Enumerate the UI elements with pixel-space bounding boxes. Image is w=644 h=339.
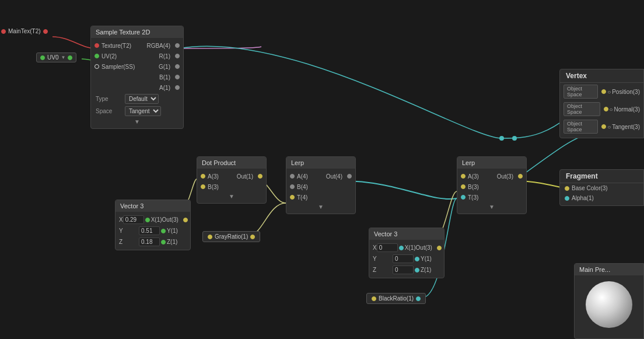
- vec3b-z-input[interactable]: [393, 265, 414, 274]
- a-out-port: [175, 85, 180, 90]
- space-select[interactable]: Tangent: [125, 106, 161, 116]
- vertex-normal-row: Object Space ○ Normal(3): [560, 100, 643, 118]
- g-out-port: [175, 64, 180, 69]
- fragment-panel: Fragment Base Color(3) Alpha(1): [559, 169, 644, 206]
- vertex-tangent-in-port: [601, 124, 606, 129]
- vertex-header: Vertex: [560, 69, 643, 83]
- black-ratio-label: BlackRatio(1): [379, 295, 414, 302]
- texture-row: Texture(T2) RGBA(4): [91, 40, 183, 51]
- vec3a-y-in-port: [161, 229, 166, 233]
- sampler-in-port: [94, 64, 99, 69]
- gray-ratio-label: GrayRatio(1): [215, 233, 248, 240]
- vector3a-node: Vector 3 X X(1) Out(3) Y Y(1) Z Z(1): [115, 200, 191, 250]
- lerp2-header: Lerp: [457, 157, 526, 169]
- vec3a-z-row: Z Z(1): [116, 236, 190, 247]
- lerp1-a-row: A(4) Out(4): [286, 171, 355, 181]
- obj-space-position: Object Space: [564, 85, 598, 99]
- fragment-alpha-port: [565, 196, 569, 201]
- gray-ratio-port-right: [250, 235, 255, 239]
- lerp2-a-row: A(3) Out(3): [457, 171, 526, 181]
- lerp2-node: Lerp A(3) Out(3) B(3) T(3) ▼: [457, 156, 527, 214]
- fragment-base-color-text: Base Color(3): [572, 185, 608, 191]
- uv-in-port: [94, 54, 99, 58]
- vertex-position-label: ○: [607, 89, 611, 95]
- maintex-label: MainTex(T2): [8, 28, 41, 34]
- vec3b-out-port: [437, 246, 442, 250]
- vertex-normal-label: ○: [610, 106, 613, 113]
- b-row: B(1): [91, 72, 183, 82]
- uv0-port-left: [40, 55, 45, 60]
- lerp1-node: Lerp A(4) Out(4) B(4) T(4) ▼: [286, 156, 356, 214]
- lerp2-expand[interactable]: ▼: [457, 202, 526, 211]
- sample-texture-expand[interactable]: ▼: [91, 117, 183, 126]
- black-ratio-port-left: [372, 296, 376, 301]
- r-out-port: [175, 54, 180, 58]
- lerp2-t-port: [461, 195, 466, 200]
- svg-point-0: [499, 136, 504, 141]
- lerp1-b-port: [290, 184, 295, 189]
- vec3b-y-row: Y Y(1): [369, 253, 444, 264]
- uv0-port-right: [68, 55, 72, 60]
- obj-space-normal: Object Space: [564, 102, 600, 116]
- vec3a-x-in-port: [145, 218, 150, 222]
- maintex-port-right: [43, 29, 48, 34]
- dot-b-row: B(3): [197, 181, 266, 192]
- a-row: A(1): [91, 82, 183, 93]
- vec3a-y-input[interactable]: [139, 226, 160, 235]
- vertex-position-row: Object Space ○ Position(3): [560, 83, 643, 100]
- vec3a-y-row: Y Y(1): [116, 225, 190, 236]
- lerp1-header: Lerp: [286, 157, 355, 169]
- texture-in-port: [94, 43, 99, 48]
- vertex-panel: Vertex Object Space ○ Position(3) Object…: [559, 69, 644, 138]
- vec3b-y-in-port: [415, 257, 419, 261]
- black-ratio-port-right: [416, 296, 421, 301]
- vec3a-z-in-port: [161, 240, 166, 244]
- type-select[interactable]: Default: [125, 94, 159, 104]
- vec3b-x-in-port: [399, 246, 404, 250]
- lerp2-b-row: B(3): [457, 181, 526, 192]
- vec3a-x-row: X X(1) Out(3): [116, 214, 190, 225]
- vector3a-header: Vector 3: [116, 200, 190, 212]
- vec3b-x-input[interactable]: [377, 243, 398, 252]
- dot-a-port: [201, 174, 205, 179]
- vertex-tangent-text: Tangent(3): [612, 124, 640, 130]
- black-ratio-node: BlackRatio(1): [366, 293, 426, 304]
- vec3a-out-port: [183, 218, 188, 222]
- lerp1-a-port: [290, 174, 295, 179]
- vertex-position-in-port: [601, 89, 606, 94]
- vec3a-x-input[interactable]: [123, 215, 144, 224]
- uv-row: UV(2) R(1): [91, 51, 183, 61]
- fragment-alpha-row: Alpha(1): [560, 193, 643, 203]
- dot-a-row: A(3) Out(1): [197, 171, 266, 181]
- lerp2-t-row: T(3): [457, 192, 526, 202]
- fragment-base-color-row: Base Color(3): [560, 183, 643, 193]
- sample-texture-header: Sample Texture 2D: [91, 26, 183, 38]
- dot-b-port: [201, 184, 205, 189]
- lerp1-expand[interactable]: ▼: [286, 202, 355, 211]
- vec3b-x-row: X X(1) Out(3): [369, 242, 444, 253]
- svg-point-1: [512, 136, 517, 141]
- vector3b-header: Vector 3: [369, 228, 444, 240]
- vec3a-z-input[interactable]: [139, 237, 160, 246]
- preview-panel: Main Pre...: [574, 263, 644, 339]
- vec3b-z-row: Z Z(1): [369, 264, 444, 275]
- fragment-alpha-text: Alpha(1): [572, 195, 594, 201]
- b-out-port: [175, 75, 180, 79]
- vec3b-y-input[interactable]: [393, 254, 414, 263]
- dot-product-header: Dot Product: [197, 157, 266, 169]
- vertex-normal-in-port: [604, 107, 608, 111]
- dot-product-expand[interactable]: ▼: [197, 192, 266, 201]
- gray-ratio-port-left: [208, 235, 212, 239]
- sample-texture-node: Sample Texture 2D Texture(T2) RGBA(4) UV…: [90, 26, 184, 129]
- lerp1-b-row: B(4): [286, 181, 355, 192]
- dot-product-node: Dot Product A(3) Out(1) B(3) ▼: [197, 156, 267, 204]
- lerp1-t-row: T(4): [286, 192, 355, 202]
- vertex-normal-text: Normal(3): [614, 106, 640, 113]
- lerp2-out-port: [518, 174, 523, 179]
- space-prop: Space Tangent: [91, 105, 183, 117]
- fragment-base-color-port: [565, 186, 569, 191]
- dot-out-port: [258, 174, 262, 179]
- maintex-port-left: [1, 29, 6, 34]
- fragment-header: Fragment: [560, 170, 643, 183]
- vertex-position-text: Position(3): [612, 89, 640, 95]
